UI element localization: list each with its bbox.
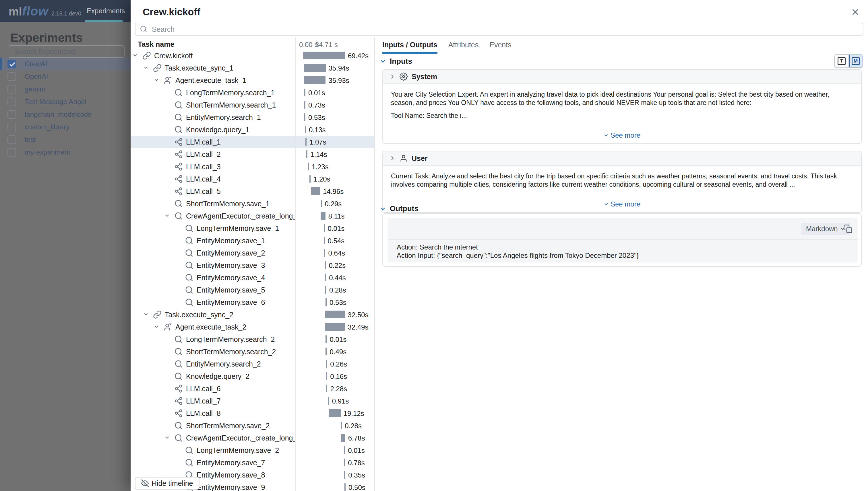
checkbox-checked[interactable] (7, 60, 16, 68)
timeline-bar[interactable] (311, 187, 320, 195)
span-row-crewagentexecutor-create-long-term-memory[interactable]: CrewAgentExecutor._create_long_term_memo… (131, 432, 375, 444)
timeline-bar[interactable] (321, 212, 325, 220)
span-row-llm-call-1[interactable]: LLM.call_11.07s (131, 136, 375, 148)
timeline-bar[interactable] (325, 273, 326, 281)
checkbox-unchecked[interactable] (7, 135, 16, 144)
span-row-llm-call-4[interactable]: LLM.call_41.20s (131, 173, 375, 185)
span-row-crewagentexecutor-create-long-term-memory[interactable]: CrewAgentExecutor._create_long_term_memo… (131, 210, 375, 222)
timeline-bar[interactable] (304, 64, 326, 72)
timeline-bar[interactable] (324, 249, 325, 257)
close-icon[interactable] (850, 6, 861, 18)
span-row-entitymemory-search-2[interactable]: EntityMemory.search_20.26s (131, 358, 375, 370)
sidebar-item-gemini[interactable]: gemini (0, 83, 131, 95)
message-header[interactable]: System (383, 70, 861, 84)
timeline-bar[interactable] (325, 323, 345, 331)
chevron-down-icon[interactable] (132, 53, 138, 59)
span-row-crew-kickoff[interactable]: Crew.kickoff69.42s (131, 49, 375, 62)
timeline-bar[interactable] (326, 360, 327, 368)
sidebar-item-crewai[interactable]: CrewAI (0, 58, 131, 70)
span-row-shorttermmemory-search-2[interactable]: ShortTermMemory.search_20.49s (131, 345, 375, 358)
span-row-entitymemory-save-5[interactable]: EntityMemory.save_50.28s (131, 284, 375, 296)
span-row-llm-call-8[interactable]: LLM.call_819.12s (131, 407, 375, 419)
span-row-entitymemory-save-3[interactable]: EntityMemory.save_30.22s (131, 259, 375, 271)
timeline-bar[interactable] (325, 261, 326, 269)
timeline-bar[interactable] (324, 224, 325, 232)
chevron-down-icon[interactable] (154, 324, 159, 331)
span-row-entitymemory-save-6[interactable]: EntityMemory.save_60.53s (131, 296, 375, 308)
span-row-entitymemory-search-1[interactable]: EntityMemory.search_10.53s (131, 111, 375, 123)
span-row-shorttermmemory-search-1[interactable]: ShortTermMemory.search_10.73s (131, 99, 375, 111)
chevron-down-icon[interactable] (379, 58, 386, 65)
span-row-llm-call-2[interactable]: LLM.call_21.14s (131, 148, 375, 160)
checkbox-unchecked[interactable] (7, 123, 16, 132)
timeline-bar[interactable] (344, 471, 345, 479)
experiments-search-input[interactable] (9, 45, 125, 58)
format-selector-dropdown[interactable]: Markdown (802, 223, 850, 235)
span-row-longtermmemory-search-1[interactable]: LongTermMemory.search_10.01s (131, 86, 375, 99)
tab-inputs-outputs[interactable]: Inputs / Outputs (382, 37, 437, 53)
span-row-longtermmemory-save-2[interactable]: LongTermMemory.save_20.01s (131, 444, 375, 456)
chevron-right-icon[interactable] (389, 74, 396, 80)
span-row-entitymemory-save-4[interactable]: EntityMemory.save_40.44s (131, 271, 375, 284)
timeline-bar[interactable] (325, 348, 327, 355)
checkbox-unchecked[interactable] (7, 97, 16, 106)
span-row-entitymemory-save-2[interactable]: EntityMemory.save_20.64s (131, 247, 375, 259)
see-more-link[interactable]: See more (383, 197, 861, 212)
checkbox-unchecked[interactable] (7, 72, 16, 81)
tab-events[interactable]: Events (489, 37, 511, 53)
timeline-bar[interactable] (306, 150, 307, 158)
copy-icon[interactable] (843, 224, 852, 235)
span-row-knowledge-query-1[interactable]: Knowledge.query_10.13s (131, 123, 375, 136)
span-row-shorttermmemory-save-2[interactable]: ShortTermMemory.save_20.28s (131, 419, 375, 432)
timeline-bar[interactable] (324, 237, 325, 244)
span-row-agent-execute-task-1[interactable]: Agent.execute_task_135.93s (131, 74, 375, 86)
timeline-bar[interactable] (345, 483, 346, 491)
span-row-shorttermmemory-save-1[interactable]: ShortTermMemory.save_10.29s (131, 197, 375, 210)
timeline-bar[interactable] (303, 52, 345, 59)
chevron-down-icon[interactable] (143, 312, 149, 318)
sidebar-item-text-message-angel[interactable]: Text Message Angel (0, 95, 131, 108)
chevron-down-icon[interactable] (164, 213, 170, 220)
timeline-bar[interactable] (325, 298, 327, 306)
text-view-button[interactable]: T (835, 55, 848, 67)
span-row-knowledge-query-2[interactable]: Knowledge.query_20.16s (131, 370, 375, 382)
timeline-bar[interactable] (326, 384, 327, 392)
timeline-bar[interactable] (304, 76, 326, 84)
chevron-right-icon[interactable] (389, 155, 396, 162)
timeline-bar[interactable] (305, 126, 306, 133)
message-header[interactable]: User (383, 151, 861, 166)
timeline-bar[interactable] (304, 101, 305, 109)
chevron-down-icon[interactable] (379, 205, 386, 212)
span-row-longtermmemory-search-2[interactable]: LongTermMemory.search_20.01s (131, 333, 375, 345)
timeline-bar[interactable] (325, 335, 327, 343)
span-row-task-execute-sync-1[interactable]: Task.execute_sync_135.94s (131, 62, 375, 74)
span-row-agent-execute-task-2[interactable]: Agent.execute_task_232.49s (131, 321, 375, 333)
checkbox-unchecked[interactable] (7, 148, 16, 156)
sidebar-item-langchain-modelcode[interactable]: langchain_modelcode (0, 108, 131, 121)
span-row-llm-call-6[interactable]: LLM.call_62.28s (131, 382, 375, 395)
span-row-task-execute-sync-2[interactable]: Task.execute_sync_232.50s (131, 308, 375, 321)
span-row-llm-call-7[interactable]: LLM.call_70.91s (131, 395, 375, 407)
outputs-section-header[interactable]: Outputs (379, 204, 418, 213)
sidebar-item-openai[interactable]: OpenAI (0, 70, 131, 83)
chevron-down-icon[interactable] (154, 77, 159, 84)
checkbox-unchecked[interactable] (7, 85, 16, 93)
timeline-bar[interactable] (304, 113, 305, 121)
markdown-view-button[interactable]: M (848, 55, 862, 67)
checkbox-unchecked[interactable] (7, 110, 16, 119)
sidebar-item-my-experiment[interactable]: my-experiment (0, 146, 131, 158)
timeline-bar[interactable] (341, 422, 342, 429)
timeline-bar[interactable] (341, 434, 345, 442)
hide-timeline-button[interactable]: Hide timeline (135, 477, 199, 490)
span-row-longtermmemory-save-1[interactable]: LongTermMemory.save_10.01s (131, 222, 375, 234)
span-row-llm-call-5[interactable]: LLM.call_514.96s (131, 185, 375, 197)
sidebar-item-test[interactable]: test (0, 133, 131, 146)
inputs-section-header[interactable]: Inputs (379, 57, 412, 66)
timeline-bar[interactable] (344, 446, 345, 454)
timeline-bar[interactable] (344, 459, 345, 466)
span-row-entitymemory-save-1[interactable]: EntityMemory.save_10.54s (131, 234, 375, 247)
see-more-link[interactable]: See more (383, 128, 861, 143)
timeline-bar[interactable] (305, 138, 306, 146)
chevron-down-icon[interactable] (143, 65, 149, 72)
nav-tab-experiments[interactable]: Experiments (87, 7, 121, 15)
